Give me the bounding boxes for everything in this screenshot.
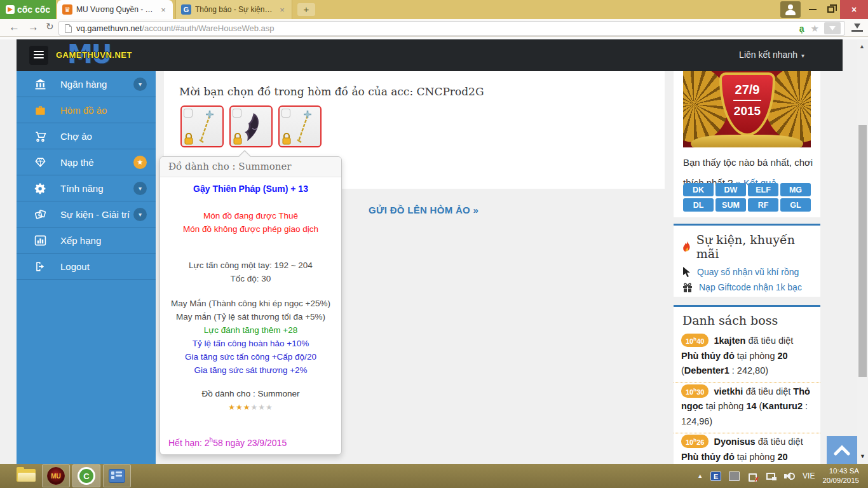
scrollbar-up-icon[interactable]: ▲ (859, 43, 865, 50)
vote-button-dw[interactable]: DW (715, 183, 746, 196)
coccoc-menu-button[interactable]: cốc cốc (0, 0, 56, 19)
spellcheck-icon[interactable]: ạ (799, 24, 804, 34)
sidebar-item-logout[interactable]: Logout (17, 254, 156, 280)
bank-icon (34, 78, 46, 90)
vote-button-mg[interactable]: MG (780, 183, 811, 196)
event-banner-image[interactable]: 27/9 2015 (683, 71, 811, 147)
scrollbar-down-icon[interactable]: ▼ (860, 453, 865, 459)
boss-list-header: Danh sách boss (674, 307, 820, 332)
stars-empty-icon: ★★★ (251, 403, 273, 412)
clock-time: 10:43 SA (822, 466, 859, 476)
time-badge: 10h40 (681, 334, 709, 347)
coccoc-browser-icon: C (78, 467, 95, 485)
file-explorer-button[interactable] (15, 464, 37, 487)
staff-item-image (191, 109, 219, 145)
vote-button-dk[interactable]: DK (683, 183, 714, 196)
item-slot-wings[interactable] (229, 105, 273, 147)
url-bar[interactable]: vq.gamethuvn.net /account/#auth/WareHous… (58, 21, 845, 36)
banner-year: 2015 (734, 104, 761, 118)
site-logo[interactable]: MU GAMETHUVN.NET (56, 42, 158, 69)
events-panel: Sự kiện, khuyến mãi Quay số nhận vũ khí … (674, 224, 820, 297)
time-badge: 10h30 (681, 384, 709, 398)
boss-kill-entry: 10h40 1kajten đã tiêu diệt Phù thủy đỏ t… (674, 332, 820, 383)
tab-thong-bao-spin[interactable]: G Thông báo - Sự kiện SPIN × (175, 0, 292, 19)
time-badge: 10h26 (681, 435, 709, 448)
sidebar-item-xep-hang[interactable]: Xếp hạng (17, 227, 156, 254)
item-slot-staff-2[interactable] (278, 105, 322, 147)
vote-button-gl[interactable]: GL (780, 198, 811, 212)
display-settings-taskbar-button[interactable] (103, 464, 131, 487)
vote-panel: 27/9 2015 Bạn thấy tộc nào bá nhất, chơi… (674, 71, 820, 217)
coccoc-brand-label: cốc cốc (17, 4, 50, 15)
quick-links-dropdown[interactable]: Liên kết nhanh▾ (739, 50, 804, 60)
chevron-down-icon[interactable]: ▾ (133, 208, 147, 221)
clock-date: 20/09/2015 (822, 476, 859, 485)
logo-text: GAMETHUVN.NET (56, 50, 132, 60)
sidebar-item-cho-ao[interactable]: Chợ ảo (17, 123, 156, 149)
tray-expand-icon[interactable]: ▲ (697, 473, 703, 479)
monitor-tray-icon[interactable] (729, 471, 740, 481)
language-indicator[interactable]: VIE (803, 471, 815, 480)
taskbar-clock[interactable]: 10:43 SA 20/09/2015 (822, 466, 859, 485)
item-slot-staff-1[interactable] (180, 105, 224, 147)
profile-button[interactable] (780, 1, 801, 18)
tab-close-icon[interactable]: × (159, 5, 168, 15)
mu-game-icon: MU (47, 467, 65, 485)
giftcode-link[interactable]: Nạp Giftcode nhận 1k bạc (699, 282, 802, 292)
forward-button[interactable]: → (28, 21, 39, 34)
send-to-warehouse-link[interactable]: GỬI ĐỒ LÊN HÒM ẢO » (369, 205, 478, 215)
tab-close-icon[interactable]: × (278, 5, 287, 15)
sidebar-item-tinh-nang[interactable]: Tính năng ▾ (17, 175, 156, 201)
new-tab-button[interactable]: + (297, 3, 315, 16)
item-star-rating: ★★★★★★ (160, 401, 341, 414)
vote-button-elf[interactable]: ELF (748, 183, 778, 196)
e-app-tray-icon[interactable]: E (710, 471, 721, 481)
tab-title: Thông báo - Sự kiện SPIN (195, 5, 274, 14)
site-header: MU GAMETHUVN.NET Liên kết nhanh▾ (17, 39, 843, 71)
speaker-tray-icon[interactable] (784, 471, 795, 481)
item-tooltip: Đồ dành cho : Summoner Gậy Thiên Pháp (S… (159, 156, 342, 455)
bookmark-star-icon[interactable]: ★ (811, 23, 819, 34)
minimize-button[interactable] (804, 0, 821, 19)
power-plug-tray-icon[interactable] (747, 471, 758, 481)
restore-button[interactable] (822, 0, 839, 19)
star-badge-icon: ★ (133, 156, 147, 169)
coccoc-taskbar-button[interactable]: C (72, 464, 100, 487)
warehouse-title: Mời bạn chọn đồ trong hòm đồ ảo của acc:… (179, 85, 484, 98)
reload-button[interactable]: ↻ (46, 21, 54, 32)
events-header: Sự kiện, khuyến mãi (674, 226, 820, 264)
sidebar-item-ngan-hang[interactable]: Ngân hàng ▾ (17, 71, 156, 97)
gift-icon (682, 283, 693, 292)
tooltip-header: Đồ dành cho : Summoner (160, 157, 341, 177)
vote-button-sum[interactable]: SUM (715, 198, 746, 212)
sidebar-item-su-kien-giai-tri[interactable]: Sự kiện - Giải trí ▾ (17, 201, 156, 227)
close-button[interactable]: × (840, 0, 868, 19)
item-stats: Lực tấn công một tay: 192 ~ 204 Tốc độ: … (160, 259, 341, 285)
g-favicon-icon: G (181, 4, 191, 15)
boss-kill-entry: 10h26 Dyonisus đã tiêu diệt Phù thủy đỏ … (674, 433, 820, 464)
vote-button-rf[interactable]: RF (748, 198, 778, 212)
chevron-down-icon[interactable]: ▾ (133, 182, 147, 195)
cart-icon (34, 130, 46, 142)
network-tray-icon[interactable] (766, 471, 776, 481)
scrollbar-thumb[interactable] (858, 125, 867, 377)
scroll-to-top-button[interactable] (827, 436, 857, 464)
chevron-down-icon[interactable]: ▾ (133, 78, 147, 91)
lock-icon (233, 132, 243, 145)
download-dropdown-button[interactable] (824, 22, 841, 34)
hamburger-menu-button[interactable] (29, 46, 48, 65)
sidebar-item-nap-the[interactable]: Nạp thẻ ★ (17, 149, 156, 175)
event-link-row[interactable]: Quay số nhận vũ khí rồng (674, 264, 820, 280)
vote-button-dl[interactable]: DL (683, 198, 714, 212)
back-button[interactable]: ← (9, 21, 20, 34)
downloads-button[interactable] (851, 23, 863, 32)
browser-titlebar: cốc cốc ♛ MU Vương Quyền - Game × G Thôn… (0, 0, 868, 19)
sidebar-item-hom-do-ao[interactable]: Hòm đồ ảo (17, 97, 156, 123)
item-class: Đồ dành cho : Summoner (160, 387, 341, 400)
tab-mu-vuong-quyen[interactable]: ♛ MU Vương Quyền - Game × (57, 0, 173, 19)
mu-game-taskbar-button[interactable]: MU (42, 464, 70, 487)
banner-date: 27/9 (735, 83, 760, 97)
cursor-icon (682, 267, 691, 277)
spin-event-link[interactable]: Quay số nhận vũ khí rồng (697, 267, 799, 277)
event-link-row[interactable]: Nạp Giftcode nhận 1k bạc (674, 280, 820, 295)
